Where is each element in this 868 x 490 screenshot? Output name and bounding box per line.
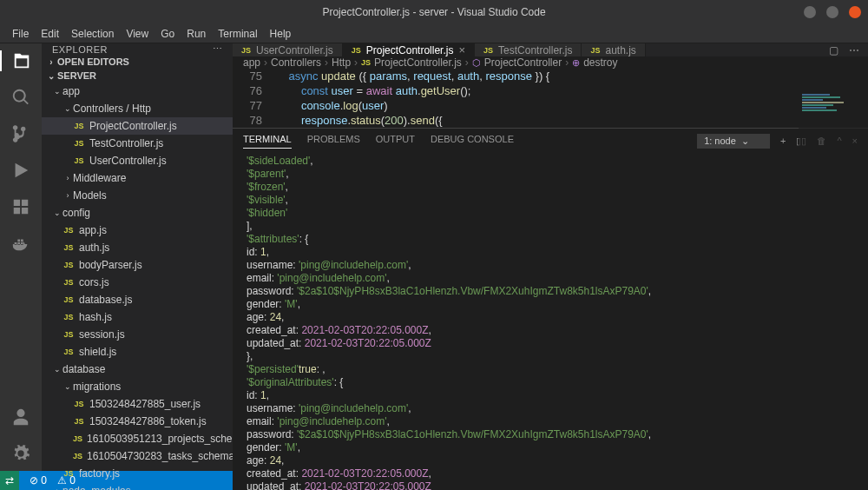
- close-icon[interactable]: ×: [458, 43, 465, 56]
- panel-tab-problems[interactable]: PROBLEMS: [307, 134, 360, 148]
- folder-migrations[interactable]: ⌄migrations: [42, 378, 233, 395]
- folder-middleware[interactable]: ›Middleware: [42, 169, 233, 187]
- folder-config[interactable]: ⌄config: [42, 204, 233, 222]
- panel-tab-debug-console[interactable]: DEBUG CONSOLE: [431, 134, 514, 148]
- sidebar-title: EXPLORER: [52, 44, 108, 55]
- new-terminal-icon[interactable]: +: [780, 136, 786, 146]
- code-editor[interactable]: 75 async update ({ params, request, auth…: [233, 69, 868, 128]
- remote-indicator[interactable]: ⇄: [0, 471, 19, 490]
- file-project-controller[interactable]: JSProjectController.js: [42, 117, 233, 135]
- more-actions-icon[interactable]: ⋯: [849, 44, 859, 56]
- panel-tab-output[interactable]: OUTPUT: [376, 134, 415, 148]
- folder-app[interactable]: ⌄app: [42, 83, 233, 100]
- folder-database[interactable]: ⌄database: [42, 361, 233, 378]
- run-debug-icon[interactable]: [10, 160, 31, 181]
- file-auth-js[interactable]: JSauth.js: [42, 239, 233, 256]
- file-migration-tasks[interactable]: JS1610504730283_tasks_schema.js: [42, 447, 233, 465]
- file-cors-js[interactable]: JScors.js: [42, 274, 233, 291]
- tab-user-controller[interactable]: JSUserController.js: [233, 43, 343, 56]
- menu-terminal[interactable]: Terminal: [213, 26, 262, 42]
- sidebar: EXPLORER ⋯ ›OPEN EDITORS ⌄SERVER ⌄app ⌄C…: [42, 43, 233, 471]
- menu-go[interactable]: Go: [155, 26, 180, 42]
- file-user-controller[interactable]: JSUserController.js: [42, 152, 233, 169]
- panel-tab-terminal[interactable]: TERMINAL: [243, 134, 292, 149]
- minimize-button[interactable]: [804, 6, 816, 18]
- menubar: File Edit Selection View Go Run Terminal…: [0, 24, 868, 43]
- maximize-button[interactable]: [826, 6, 838, 18]
- menu-selection[interactable]: Selection: [66, 26, 119, 42]
- extensions-icon[interactable]: [10, 196, 31, 217]
- menu-view[interactable]: View: [121, 26, 154, 42]
- file-database-js[interactable]: JSdatabase.js: [42, 291, 233, 308]
- close-button[interactable]: [849, 6, 861, 18]
- tab-project-controller[interactable]: JSProjectController.js×: [343, 43, 475, 56]
- breadcrumbs[interactable]: app› Controllers› Http› JSProjectControl…: [233, 56, 868, 69]
- menu-edit[interactable]: Edit: [36, 26, 64, 42]
- split-editor-icon[interactable]: ▢: [829, 44, 838, 56]
- file-hash-js[interactable]: JShash.js: [42, 308, 233, 326]
- file-bodyparser-js[interactable]: JSbodyParser.js: [42, 256, 233, 274]
- account-icon[interactable]: [10, 407, 31, 427]
- menu-file[interactable]: File: [7, 26, 34, 42]
- tab-test-controller[interactable]: JSTestController.js: [475, 43, 582, 56]
- file-session-js[interactable]: JSsession.js: [42, 326, 233, 343]
- minimap[interactable]: [799, 93, 868, 154]
- menu-help[interactable]: Help: [265, 26, 297, 42]
- source-control-icon[interactable]: [10, 123, 31, 144]
- terminal-selector[interactable]: 1: node ⌄: [697, 134, 770, 149]
- file-shield-js[interactable]: JSshield.js: [42, 343, 233, 361]
- menu-run[interactable]: Run: [181, 26, 211, 42]
- editor-tabs: JSUserController.js JSProjectController.…: [233, 43, 868, 56]
- explorer-icon[interactable]: [0, 50, 42, 71]
- search-icon[interactable]: [10, 87, 31, 108]
- status-errors[interactable]: ⊘ 0: [30, 474, 47, 487]
- docker-icon[interactable]: [10, 233, 31, 254]
- window-title: ProjectController.js - server - Visual S…: [0, 6, 868, 18]
- file-migration-user[interactable]: JS1503248427885_user.js: [42, 395, 233, 413]
- section-open-editors[interactable]: ›OPEN EDITORS: [42, 55, 233, 69]
- file-test-controller[interactable]: JSTestController.js: [42, 135, 233, 152]
- folder-controllers-http[interactable]: ⌄Controllers / Http: [42, 100, 233, 117]
- settings-icon[interactable]: [10, 443, 31, 464]
- section-server[interactable]: ⌄SERVER: [42, 69, 233, 83]
- terminal-output[interactable]: '$sideLoaded', '$parent', '$frozen', '$v…: [233, 153, 868, 490]
- file-migration-token[interactable]: JS1503248427886_token.js: [42, 413, 233, 430]
- status-warnings[interactable]: ⚠ 0: [57, 474, 76, 487]
- sidebar-more-icon[interactable]: ⋯: [213, 43, 223, 55]
- terminal-panel: TERMINAL PROBLEMS OUTPUT DEBUG CONSOLE 1…: [233, 128, 868, 490]
- file-migration-projects[interactable]: JS1610503951213_projects_schema.js: [42, 430, 233, 447]
- tab-auth-js[interactable]: JSauth.js: [582, 43, 645, 56]
- titlebar: ProjectController.js - server - Visual S…: [0, 0, 868, 24]
- file-app-js[interactable]: JSapp.js: [42, 222, 233, 239]
- activitybar: [0, 43, 42, 471]
- folder-models[interactable]: ›Models: [42, 187, 233, 204]
- editor: JSUserController.js JSProjectController.…: [233, 43, 868, 471]
